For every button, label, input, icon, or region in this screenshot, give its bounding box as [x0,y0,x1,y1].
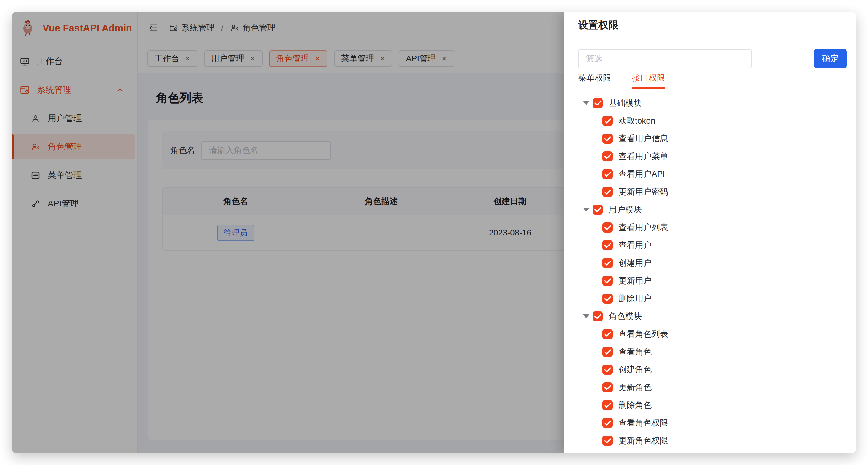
tree-item-label[interactable]: 创建角色 [618,364,652,375]
checkbox-checked-icon[interactable] [593,205,603,215]
checkbox-checked-icon[interactable] [602,329,613,339]
tree-item-label[interactable]: 查看角色列表 [618,328,668,340]
tree-item-label[interactable]: 角色模块 [609,311,642,322]
expand-arrow-icon[interactable] [583,208,589,212]
tree-item-label[interactable]: 查看用户API [618,169,665,180]
checkbox-checked-icon[interactable] [602,187,613,197]
tree-item[interactable]: 查看用户 [578,236,847,254]
checkbox-checked-icon[interactable] [602,400,613,410]
checkbox-checked-icon[interactable] [602,293,613,303]
tree-item[interactable]: 更新用户密码 [578,183,847,201]
tab-menu-permissions[interactable]: 菜单权限 [578,72,611,89]
tree-item[interactable]: 查看用户API [578,165,847,183]
tree-item-label[interactable]: 更新角色权限 [618,435,668,446]
tree-item[interactable]: 查看用户菜单 [578,147,847,165]
checkbox-checked-icon[interactable] [602,276,613,286]
tree-item[interactable]: 删除角色 [578,396,847,414]
checkbox-checked-icon[interactable] [593,98,603,108]
set-permissions-drawer: 设置权限 确定 菜单权限 接口权限 基础模块 [564,12,856,453]
tree-item[interactable]: 查看用户信息 [578,130,847,147]
tree-item-label[interactable]: 查看角色 [618,346,652,357]
tree-item[interactable]: 创建用户 [578,254,847,272]
checkbox-checked-icon[interactable] [602,365,613,375]
tree-item-label[interactable]: 查看用户菜单 [618,151,668,162]
checkbox-checked-icon[interactable] [602,169,613,179]
tree-item[interactable]: 查看用户列表 [578,219,847,236]
tree-item[interactable]: 创建角色 [578,361,847,379]
tree-item-label[interactable]: 获取token [618,115,655,126]
tree-item-label[interactable]: 查看用户列表 [618,222,668,233]
checkbox-checked-icon[interactable] [602,116,613,126]
tree-item-label[interactable]: 更新用户密码 [618,186,668,198]
tree-item[interactable]: 基础模块 [578,94,847,112]
checkbox-checked-icon[interactable] [602,151,613,162]
tree-item[interactable]: 更新用户 [578,272,847,290]
checkbox-checked-icon[interactable] [602,418,613,428]
tree-item[interactable]: 删除用户 [578,290,847,308]
tree-item-label[interactable]: 基础模块 [609,97,642,109]
tree-item-label[interactable]: 查看角色权限 [618,417,668,429]
checkbox-checked-icon[interactable] [602,134,613,144]
checkbox-checked-icon[interactable] [602,258,613,268]
tree-item-label[interactable]: 更新用户 [618,275,652,286]
checkbox-checked-icon[interactable] [602,436,613,446]
tree-item[interactable]: 角色模块 [578,308,847,325]
tree-item[interactable]: 获取token [578,112,847,130]
tree-item-label[interactable]: 用户模块 [609,204,642,215]
app-window: Vue FastAPI Admin 工作台 [12,12,856,453]
filter-input[interactable] [578,49,752,68]
checkbox-checked-icon[interactable] [593,311,603,321]
tree-item[interactable]: 更新角色 [578,379,847,396]
tree-item-label[interactable]: 创建用户 [618,257,652,269]
tree-item[interactable]: 查看角色 [578,343,847,361]
confirm-button[interactable]: 确定 [814,49,847,68]
permission-tabs: 菜单权限 接口权限 [578,72,847,89]
tree-item[interactable]: 更新角色权限 [578,432,847,449]
tree-item[interactable]: 查看角色列表 [578,325,847,343]
tree-item-label[interactable]: 删除用户 [618,293,652,304]
checkbox-checked-icon[interactable] [602,347,613,357]
drawer-title: 设置权限 [564,12,856,39]
expand-arrow-icon[interactable] [583,314,589,318]
tree-item[interactable]: 查看角色权限 [578,414,847,432]
tree-item[interactable]: 用户模块 [578,201,847,219]
tree-item-label[interactable]: 删除角色 [618,400,652,411]
tab-api-permissions[interactable]: 接口权限 [632,72,665,89]
tree-item-label[interactable]: 查看用户 [618,240,652,251]
screenshot-canvas: Vue FastAPI Admin 工作台 [0,0,868,465]
tree-item-label[interactable]: 更新角色 [618,382,652,393]
drawer-body: 确定 菜单权限 接口权限 基础模块 [564,39,856,449]
filter-row: 确定 [578,49,847,68]
tree-item-label[interactable]: 查看用户信息 [618,133,668,144]
permission-tree: 基础模块 获取token 查看用户信息 [578,94,847,449]
checkbox-checked-icon[interactable] [602,382,613,393]
expand-arrow-icon[interactable] [583,101,589,105]
checkbox-checked-icon[interactable] [602,240,613,250]
checkbox-checked-icon[interactable] [602,223,613,233]
